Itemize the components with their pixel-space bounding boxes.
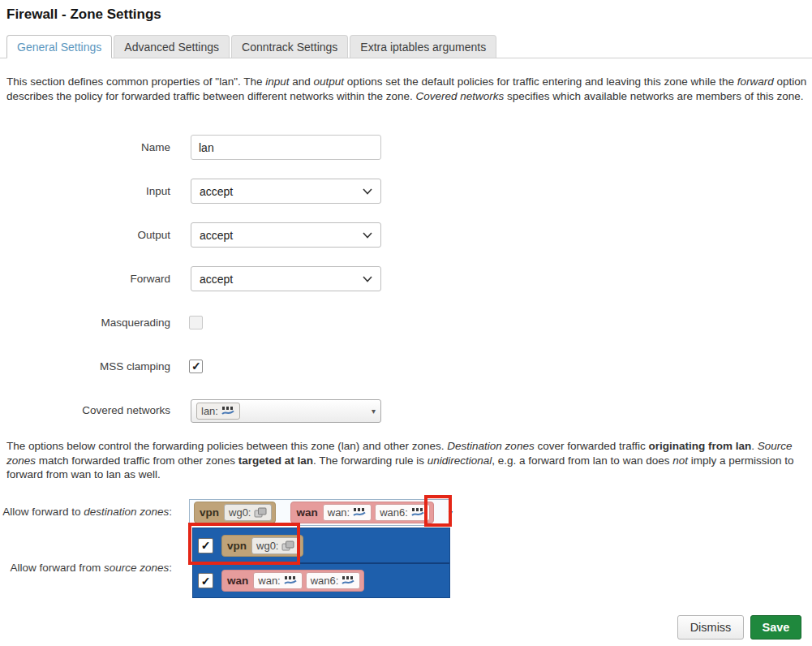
zone-tag-vpn-name: vpn <box>198 506 221 519</box>
ethernet-icon <box>284 575 298 586</box>
dropdown-option-vpn[interactable]: ✓ vpn wg0: <box>193 528 449 562</box>
zone-tag-wan: wan wan: wan6: <box>290 502 433 523</box>
input-select-value: accept <box>200 185 233 198</box>
output-select[interactable]: accept <box>191 222 381 248</box>
firewall-zone-settings-page: Firewall - Zone Settings General Setting… <box>0 0 812 646</box>
chevron-down-icon <box>363 232 372 239</box>
zone-tag-vpn: vpn wg0: <box>194 502 276 523</box>
dropdown-caret-icon: ▾ <box>449 508 453 517</box>
ethernet-icon <box>411 507 425 518</box>
tab-bar: General Settings Advanced Settings Connt… <box>0 36 812 58</box>
wan-option-checkbox[interactable]: ✓ <box>198 573 213 588</box>
covered-networks-dropdown[interactable]: lan: ▾ <box>191 399 381 423</box>
page-title: Firewall - Zone Settings <box>6 6 161 23</box>
forward-select-value: accept <box>200 273 233 286</box>
network-tag-wan: wan: <box>323 504 372 521</box>
dest-zones-dropdown-panel: ✓ vpn wg0: ✓ wan wan: wan6: <box>192 528 450 598</box>
network-tag-wan-label: wan: <box>328 506 350 519</box>
network-tag-wg0: wg0: <box>224 504 272 521</box>
zone-tag-vpn-name: vpn <box>226 540 248 552</box>
covered-networks-label: Covered networks <box>0 398 170 423</box>
ethernet-icon <box>353 507 367 518</box>
tunnel-icon <box>254 507 267 518</box>
chevron-down-icon <box>363 188 372 195</box>
zone-tag-vpn: vpn wg0: <box>221 535 303 557</box>
dropdown-option-wan[interactable]: ✓ wan wan: wan6: <box>193 562 449 597</box>
tab-general-settings[interactable]: General Settings <box>6 35 112 58</box>
vpn-option-checkbox[interactable]: ✓ <box>198 538 213 553</box>
name-row: Name <box>0 135 381 160</box>
network-tag-wan6-label: wan6: <box>311 575 339 587</box>
output-row: Output accept <box>0 222 381 248</box>
mss-clamping-label: MSS clamping <box>0 354 170 379</box>
input-row: Input accept <box>0 179 381 204</box>
zone-tag-wan-name: wan <box>226 575 250 587</box>
dropdown-caret-icon: ▾ <box>372 407 376 416</box>
covered-networks-row: Covered networks lan: ▾ <box>0 398 381 423</box>
dest-zones-multiselect[interactable]: vpn wg0: wan wan: wan6: ▾ <box>189 499 450 526</box>
forward-label: Forward <box>0 266 170 291</box>
network-tag-lan: lan: <box>196 403 240 420</box>
section-description: This section defines common properties o… <box>6 75 807 103</box>
mss-clamping-checkbox[interactable] <box>189 360 203 373</box>
network-tag-wan-label: wan: <box>258 575 280 587</box>
network-tag-wg0-label: wg0: <box>256 540 278 552</box>
ethernet-icon <box>221 406 235 416</box>
forwarding-description: The options below control the forwarding… <box>6 439 807 482</box>
input-select[interactable]: accept <box>191 179 381 204</box>
output-select-value: accept <box>200 229 233 242</box>
dest-zones-dropdown-arrow[interactable]: ▾ <box>449 502 453 523</box>
mss-clamping-row: MSS clamping <box>0 354 203 379</box>
masquerading-checkbox[interactable] <box>189 316 203 329</box>
input-label: Input <box>0 179 170 204</box>
network-tag-lan-label: lan: <box>201 405 218 417</box>
network-tag-wg0: wg0: <box>251 537 299 554</box>
output-label: Output <box>0 222 170 248</box>
dismiss-button[interactable]: Dismiss <box>677 615 744 640</box>
network-tag-wan6-label: wan6: <box>380 506 408 519</box>
masquerading-label: Masquerading <box>0 310 170 335</box>
save-button[interactable]: Save <box>750 615 801 640</box>
network-tag-wan6: wan6: <box>306 572 361 589</box>
tab-advanced-settings[interactable]: Advanced Settings <box>114 35 230 58</box>
forward-select[interactable]: accept <box>191 266 381 291</box>
network-tag-wan: wan: <box>253 572 302 589</box>
network-tag-wg0-label: wg0: <box>229 506 251 519</box>
tunnel-icon <box>281 540 294 551</box>
name-input[interactable] <box>191 135 381 160</box>
name-label: Name <box>0 135 170 160</box>
masquerading-row: Masquerading <box>0 310 203 335</box>
tab-extra-iptables-arguments[interactable]: Extra iptables arguments <box>350 35 496 58</box>
zone-tag-wan-name: wan <box>294 506 319 519</box>
network-tag-wan6: wan6: <box>375 504 430 521</box>
zone-tag-wan: wan wan: wan6: <box>221 570 364 592</box>
dest-zones-label: Allow forward to destination zones: <box>0 505 172 519</box>
forward-row: Forward accept <box>0 266 381 291</box>
chevron-down-icon <box>363 276 372 282</box>
ethernet-icon <box>342 575 355 586</box>
tab-conntrack-settings[interactable]: Conntrack Settings <box>231 35 348 58</box>
src-zones-label: Allow forward from source zones: <box>0 561 172 575</box>
